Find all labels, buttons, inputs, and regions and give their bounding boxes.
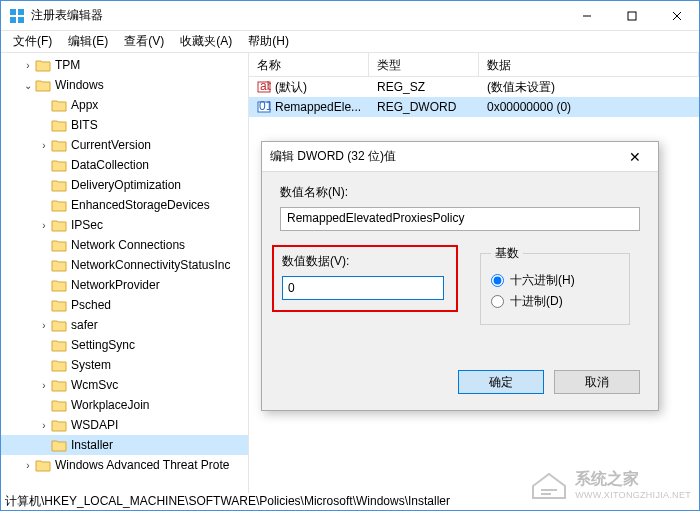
menu-view[interactable]: 查看(V) [116, 31, 172, 52]
tree-item-label: EnhancedStorageDevices [71, 198, 210, 212]
tree-item-label: CurrentVersion [71, 138, 151, 152]
col-data[interactable]: 数据 [479, 53, 699, 76]
tree-item-label: TPM [55, 58, 80, 72]
col-type[interactable]: 类型 [369, 53, 479, 76]
dialog-close-button[interactable]: ✕ [620, 149, 650, 165]
tree-item-networkprovider[interactable]: NetworkProvider [1, 275, 248, 295]
tree-item-label: Windows Advanced Threat Prote [55, 458, 230, 472]
status-bar: 计算机\HKEY_LOCAL_MACHINE\SOFTWARE\Policies… [1, 492, 699, 510]
registry-tree[interactable]: ›TPM⌄WindowsAppxBITS›CurrentVersionDataC… [1, 53, 249, 493]
radix-hex-option[interactable]: 十六进制(H) [491, 272, 619, 289]
tree-item-label: Appx [71, 98, 98, 112]
tree-item-currentversion[interactable]: ›CurrentVersion [1, 135, 248, 155]
chevron-right-icon[interactable]: › [37, 380, 51, 391]
value-data-label: 数值数据(V): [282, 253, 448, 270]
tree-item-label: DeliveryOptimization [71, 178, 181, 192]
tree-item-installer[interactable]: Installer [1, 435, 248, 455]
chevron-right-icon[interactable]: › [21, 460, 35, 471]
menu-favorites[interactable]: 收藏夹(A) [172, 31, 240, 52]
tree-item-deliveryoptimization[interactable]: DeliveryOptimization [1, 175, 248, 195]
svg-rect-3 [18, 17, 24, 23]
chevron-right-icon[interactable]: › [37, 420, 51, 431]
value-name-field[interactable]: RemappedElevatedProxiesPolicy [280, 207, 640, 231]
cell-name: ab(默认) [249, 79, 369, 96]
radix-dec-radio[interactable] [491, 295, 504, 308]
tree-item-label: NetworkConnectivityStatusInc [71, 258, 230, 272]
tree-item-label: NetworkProvider [71, 278, 160, 292]
menu-help[interactable]: 帮助(H) [240, 31, 297, 52]
chevron-right-icon[interactable]: › [37, 140, 51, 151]
edit-dword-dialog: 编辑 DWORD (32 位)值 ✕ 数值名称(N): RemappedElev… [261, 141, 659, 411]
window-minimize-button[interactable] [564, 1, 609, 30]
chevron-right-icon[interactable]: › [37, 220, 51, 231]
cell-type: REG_DWORD [369, 100, 479, 114]
chevron-down-icon[interactable]: ⌄ [21, 80, 35, 91]
svg-rect-1 [18, 9, 24, 15]
app-icon [9, 8, 25, 24]
cancel-button[interactable]: 取消 [554, 370, 640, 394]
tree-item-label: WorkplaceJoin [71, 398, 149, 412]
radix-hex-radio[interactable] [491, 274, 504, 287]
highlight-annotation: 数值数据(V): [272, 245, 458, 312]
tree-item-label: SettingSync [71, 338, 135, 352]
tree-item-ipsec[interactable]: ›IPSec [1, 215, 248, 235]
tree-item-system[interactable]: System [1, 355, 248, 375]
svg-rect-5 [628, 12, 636, 20]
svg-text:011: 011 [259, 100, 271, 113]
window-maximize-button[interactable] [609, 1, 654, 30]
tree-item-wcmsvc[interactable]: ›WcmSvc [1, 375, 248, 395]
tree-item-label: System [71, 358, 111, 372]
svg-text:ab: ab [260, 80, 271, 93]
radix-dec-option[interactable]: 十进制(D) [491, 293, 619, 310]
radix-legend: 基数 [491, 245, 523, 262]
ok-button[interactable]: 确定 [458, 370, 544, 394]
chevron-right-icon[interactable]: › [21, 60, 35, 71]
tree-item-networkconnectivitystatusinc[interactable]: NetworkConnectivityStatusInc [1, 255, 248, 275]
cell-type: REG_SZ [369, 80, 479, 94]
window-close-button[interactable] [654, 1, 699, 30]
window-titlebar: 注册表编辑器 [1, 1, 699, 31]
list-row[interactable]: 011RemappedEle...REG_DWORD0x00000000 (0) [249, 97, 699, 117]
list-row[interactable]: ab(默认)REG_SZ(数值未设置) [249, 77, 699, 97]
radix-group: 基数 十六进制(H) 十进制(D) [480, 245, 630, 325]
tree-item-workplacejoin[interactable]: WorkplaceJoin [1, 395, 248, 415]
tree-item-label: safer [71, 318, 98, 332]
tree-item-network-connections[interactable]: Network Connections [1, 235, 248, 255]
dialog-title: 编辑 DWORD (32 位)值 [270, 148, 620, 165]
window-title: 注册表编辑器 [31, 7, 564, 24]
svg-rect-0 [10, 9, 16, 15]
tree-item-bits[interactable]: BITS [1, 115, 248, 135]
chevron-right-icon[interactable]: › [37, 320, 51, 331]
tree-item-appx[interactable]: Appx [1, 95, 248, 115]
tree-item-label: WcmSvc [71, 378, 118, 392]
tree-item-label: BITS [71, 118, 98, 132]
tree-item-label: Windows [55, 78, 104, 92]
tree-item-tpm[interactable]: ›TPM [1, 55, 248, 75]
tree-item-windows-advanced-threat-prote[interactable]: ›Windows Advanced Threat Prote [1, 455, 248, 475]
tree-item-enhancedstoragedevices[interactable]: EnhancedStorageDevices [1, 195, 248, 215]
value-name-label: 数值名称(N): [280, 184, 640, 201]
tree-item-label: DataCollection [71, 158, 149, 172]
tree-item-safer[interactable]: ›safer [1, 315, 248, 335]
list-header: 名称 类型 数据 [249, 53, 699, 77]
cell-data: 0x00000000 (0) [479, 100, 699, 114]
svg-rect-2 [10, 17, 16, 23]
tree-item-psched[interactable]: Psched [1, 295, 248, 315]
tree-item-datacollection[interactable]: DataCollection [1, 155, 248, 175]
menu-edit[interactable]: 编辑(E) [60, 31, 116, 52]
menubar: 文件(F) 编辑(E) 查看(V) 收藏夹(A) 帮助(H) [1, 31, 699, 53]
tree-item-label: IPSec [71, 218, 103, 232]
tree-item-label: Installer [71, 438, 113, 452]
cell-name: 011RemappedEle... [249, 100, 369, 114]
value-data-input[interactable] [282, 276, 444, 300]
tree-item-wsdapi[interactable]: ›WSDAPI [1, 415, 248, 435]
tree-item-label: Network Connections [71, 238, 185, 252]
menu-file[interactable]: 文件(F) [5, 31, 60, 52]
tree-item-settingsync[interactable]: SettingSync [1, 335, 248, 355]
col-name[interactable]: 名称 [249, 53, 369, 76]
tree-item-label: WSDAPI [71, 418, 118, 432]
tree-item-label: Psched [71, 298, 111, 312]
cell-data: (数值未设置) [479, 79, 699, 96]
tree-item-windows[interactable]: ⌄Windows [1, 75, 248, 95]
